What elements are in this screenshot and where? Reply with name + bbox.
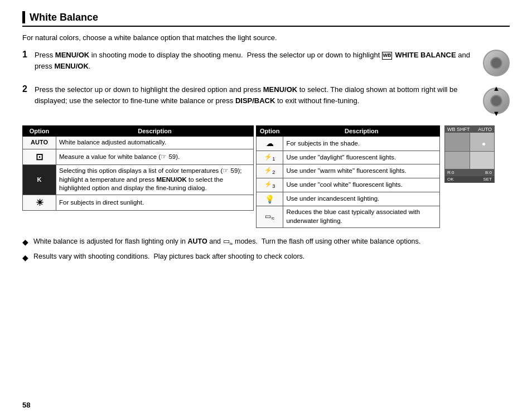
note-2-text: Results vary with shooting conditions. P… [33,251,304,262]
desc-underwater: Reduces the blue cast typically associat… [283,206,440,227]
step-1-number: 1 [22,50,31,60]
wb-preview-box: WB SHFT AUTO R:0 B:0 OK SET [444,125,495,183]
dial-inner-step1 [490,57,502,69]
table-row: AUTO White balance adjusted automaticall… [23,137,254,149]
option-underwater: ▭≈ [257,206,283,227]
desc-kelvin: Selecting this option displays a list of… [56,165,254,195]
table-row: ▭≈ Reduces the blue cast typically assoc… [257,206,440,227]
wb-icon: WB [382,52,392,60]
wb-preview-footer: R:0 B:0 [445,169,494,176]
table2-col-description: Description [283,126,440,137]
menu-ok-3: MENU/OK [263,85,297,94]
step-2-content: Press the selector up or down to highlig… [35,84,475,106]
white-balance-label: WHITE BALANCE [395,51,456,59]
desc-incandescent: Use under incandescent lighting. [283,192,440,206]
grid-q3 [445,151,470,169]
dial-inner-step2 [490,95,502,107]
arrow-up-icon: ▲ [493,84,500,93]
step-1-icon [483,50,510,76]
title-accent [22,11,25,23]
desc-fluor-day: Use under "daylight" fluorescent lights. [283,151,440,164]
table-row: ⚡2 Use under "warm white" fluorescent li… [257,164,440,178]
arrow-down-icon: ▼ [493,109,500,118]
note-2: ◆ Results vary with shooting conditions.… [22,251,510,264]
grid-q1 [445,133,470,151]
option-sunlight: ☀ [23,195,56,211]
wb-b-value: B:0 [485,170,492,175]
grid-q4 [470,151,494,169]
table-1: Option Description AUTO White balance ad… [22,125,254,211]
table-row: K Selecting this option displays a list … [23,165,254,195]
step-1-content: Press MENU/OK in shooting mode to displa… [35,50,475,71]
wb-shft-label: WB SHFT [447,127,470,132]
note-1: ◆ White balance is adjusted for flash li… [22,236,510,248]
table-row: ☁ For subjects in the shade. [257,137,440,151]
table2-col-option: Option [257,126,283,137]
note-diamond-2: ◆ [22,252,29,264]
wb-set-label: SET [483,177,492,182]
wb-r-value: R:0 [447,170,454,175]
grid-q2 [470,133,494,151]
wb-preview-set-bar: OK SET [445,176,494,182]
option-measure: ⊡ [23,149,56,165]
desc-measure: Measure a value for white balance (☞ 59)… [56,149,254,165]
step-2-icon: ▲ ▼ [483,84,510,118]
wb-ok-label: OK [447,177,454,182]
desc-auto: White balance adjusted automatically. [56,137,254,149]
option-fluor-cool: ⚡3 [257,178,283,192]
table-row: 💡 Use under incandescent lighting. [257,192,440,206]
page-number: 58 [22,401,30,409]
table1-col-description: Description [56,126,254,137]
wb-preview-grid [445,133,494,169]
step-2: 2 Press the selector up or down to highl… [22,84,510,118]
option-auto: AUTO [23,137,56,149]
page-title: White Balance [30,12,98,23]
note-1-text: White balance is adjusted for flash ligh… [33,236,420,248]
title-bar: White Balance [22,11,510,27]
option-fluor-day: ⚡1 [257,151,283,164]
desc-shade: For subjects in the shade. [283,137,440,151]
grid-hline [445,151,494,152]
option-shade: ☁ [257,137,283,151]
menu-ok-1: MENU/OK [55,51,89,59]
table-row: ⚡3 Use under "cool white" fluorescent li… [257,178,440,192]
menu-ok-2: MENU/OK [54,62,88,70]
tables-area: Option Description AUTO White balance ad… [22,125,510,228]
option-fluor-warm: ⚡2 [257,164,283,178]
table-2: Option Description ☁ For subjects in the… [256,125,440,228]
notes-section: ◆ White balance is adjusted for flash li… [22,236,510,264]
step-2-number: 2 [22,84,31,94]
camera-dial-step1 [483,50,510,76]
option-incandescent: 💡 [257,192,283,206]
wb-auto-label: AUTO [478,127,492,132]
step-1: 1 Press MENU/OK in shooting mode to disp… [22,50,510,76]
intro-text: For natural colors, choose a white balan… [22,33,510,42]
wb-preview-header: WB SHFT AUTO [445,126,494,133]
note-diamond-1: ◆ [22,236,29,248]
table-row: ☀ For subjects in direct sunlight. [23,195,254,211]
desc-fluor-warm: Use under "warm white" fluorescent light… [283,164,440,178]
option-kelvin: K [23,165,56,195]
table1-col-option: Option [23,126,56,137]
table-row: ⊡ Measure a value for white balance (☞ 5… [23,149,254,165]
desc-sunlight: For subjects in direct sunlight. [56,195,254,211]
disp-back: DISP/BACK [235,96,275,105]
table-row: ⚡1 Use under "daylight" fluorescent ligh… [257,151,440,164]
desc-fluor-cool: Use under "cool white" fluorescent light… [283,178,440,192]
page: White Balance For natural colors, choose… [0,0,532,417]
